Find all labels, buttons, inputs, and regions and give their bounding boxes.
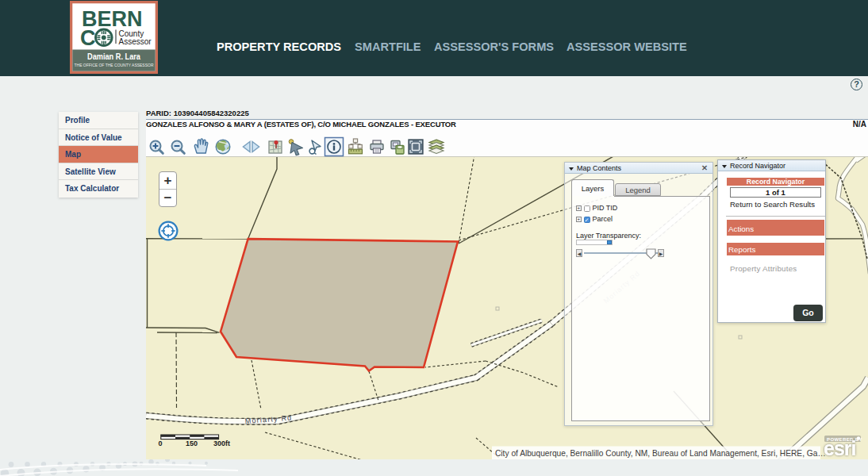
svg-text:esri: esri — [824, 437, 856, 459]
svg-text:Assessor: Assessor — [119, 37, 152, 46]
svg-text:300ft: 300ft — [213, 440, 230, 447]
svg-text:0: 0 — [159, 440, 163, 447]
svg-text:Damian R. Lara: Damian R. Lara — [87, 52, 140, 61]
svg-text:C: C — [80, 26, 96, 50]
svg-text:150: 150 — [186, 440, 198, 447]
svg-text:City of Albuquerque, Bernalill: City of Albuquerque, Bernalillo County, … — [495, 449, 826, 458]
svg-text:THE OFFICE OF THE COUNTY ASSES: THE OFFICE OF THE COUNTY ASSESSOR — [75, 63, 154, 67]
